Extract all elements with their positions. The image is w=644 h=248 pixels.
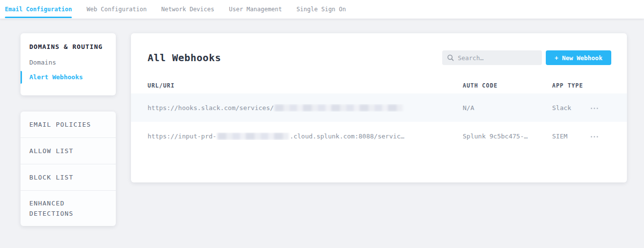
webhook-url-cell: https://hooks.slack.com/services/ [148,104,463,112]
tab-web-configuration[interactable]: Web Configuration [86,0,147,19]
sidebar-item-allow-list[interactable]: ALLOW LIST [21,138,116,164]
tab-network-devices[interactable]: Network Devices [161,0,214,19]
app-type-cell: SIEM [552,133,589,140]
top-nav: Email Configuration Web Configuration Ne… [0,0,644,19]
table-row: https://hooks.slack.com/services/ N/A Sl… [131,93,627,122]
search-icon [447,54,454,61]
sidebar-sections-card: EMAIL POLICIES ALLOW LIST BLOCK LIST ENH… [21,112,116,226]
sidebar-item-enhanced-detections[interactable]: ENHANCED DETECTIONS [21,191,116,226]
redacted-url-segment [217,133,289,140]
search-box[interactable] [442,50,542,65]
sidebar-domains-routing-card: DOMAINS & ROUTING Domains Alert Webhooks [21,33,116,95]
column-header-auth-code: AUTH CODE [463,82,552,89]
tab-user-management[interactable]: User Management [229,0,281,19]
webhooks-panel: All Webhooks + New Webhook URL/URI AUTH … [131,33,627,182]
webhook-url-prefix: https://input-prd- [148,133,216,140]
page-title: All Webhooks [148,52,221,64]
app-type-cell: Slack [552,104,589,112]
redacted-url-segment [275,104,403,112]
column-header-app-type: APP TYPE [552,82,589,89]
row-menu-ellipsis-icon[interactable] [589,133,600,140]
new-webhook-button[interactable]: + New Webhook [546,50,611,65]
sidebar-item-domains[interactable]: Domains [29,59,107,66]
column-header-url-uri: URL/URI [148,82,463,89]
webhook-url-suffix: .cloud.splunk.com:8088/servic… [290,133,405,140]
webhook-url-prefix: https://hooks.slack.com/services/ [148,104,274,112]
webhook-url-cell: https://input-prd-.cloud.splunk.com:8088… [148,133,463,140]
sidebar-section-title: DOMAINS & ROUTING [29,43,107,50]
panel-header: All Webhooks + New Webhook [148,50,611,65]
sidebar-item-alert-webhooks[interactable]: Alert Webhooks [29,73,107,81]
tab-single-sign-on[interactable]: Single Sign On [297,0,346,19]
search-input[interactable] [458,54,537,62]
tab-email-configuration[interactable]: Email Configuration [5,0,72,19]
table-header-row: URL/URI AUTH CODE APP TYPE [148,78,611,93]
table-row: https://input-prd-.cloud.splunk.com:8088… [148,122,611,150]
auth-code-cell: Splunk 9c5bc475-… [463,133,552,140]
sidebar-item-email-policies[interactable]: EMAIL POLICIES [21,112,116,138]
row-menu-ellipsis-icon[interactable] [589,105,600,112]
auth-code-cell: N/A [463,104,552,112]
sidebar-item-block-list[interactable]: BLOCK LIST [21,164,116,191]
